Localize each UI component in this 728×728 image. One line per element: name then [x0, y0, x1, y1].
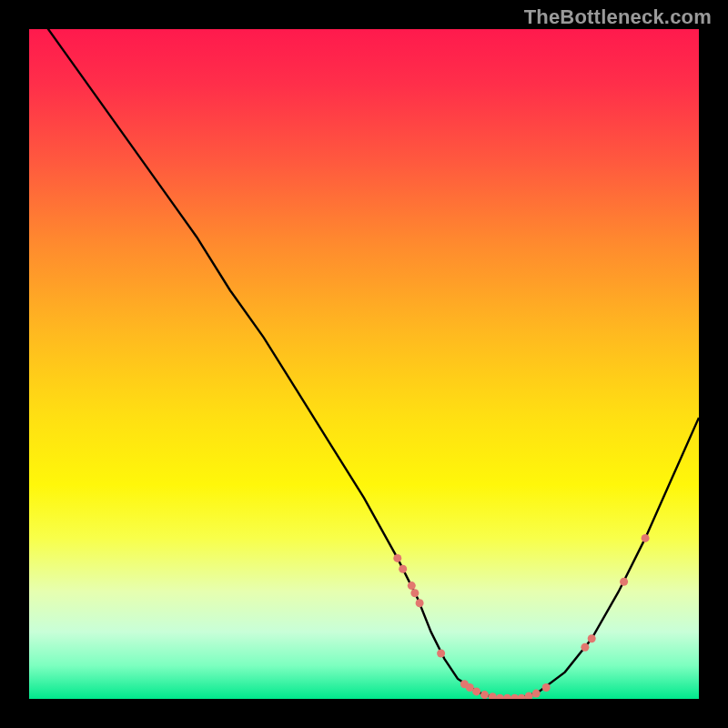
highlight-point	[393, 554, 401, 562]
chart-frame	[29, 29, 699, 699]
plot-area	[29, 29, 699, 699]
highlight-point	[489, 693, 497, 699]
watermark-text: TheBottleneck.com	[524, 5, 712, 29]
highlight-point	[503, 694, 511, 699]
highlight-point	[518, 694, 526, 699]
highlight-point	[581, 643, 589, 652]
highlight-point	[416, 599, 424, 607]
highlight-point	[472, 687, 480, 695]
highlight-point	[588, 634, 596, 642]
highlight-markers	[393, 534, 649, 699]
highlight-point	[399, 565, 407, 573]
highlight-point	[408, 581, 416, 590]
highlight-point	[437, 650, 445, 658]
highlight-point	[525, 693, 533, 699]
highlight-point	[410, 589, 419, 597]
highlight-point	[620, 578, 628, 586]
highlight-point	[496, 694, 504, 699]
highlight-point	[642, 534, 650, 542]
highlight-point	[480, 691, 489, 699]
bottleneck-curve-path	[29, 29, 699, 699]
chart-svg	[29, 29, 699, 699]
highlight-point	[542, 683, 551, 692]
highlight-point	[532, 690, 541, 698]
